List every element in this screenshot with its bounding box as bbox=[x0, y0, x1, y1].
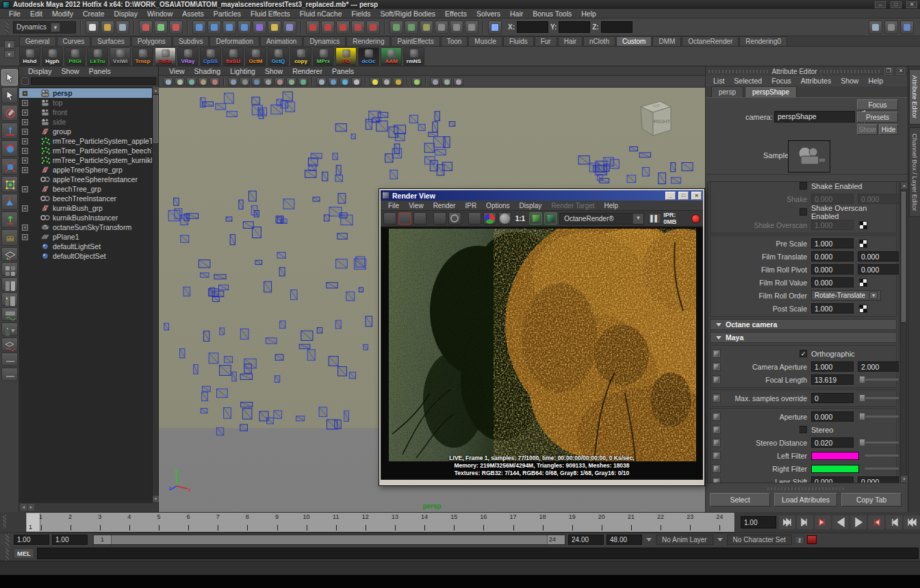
attribute-editor-menu-attributes[interactable]: Attributes bbox=[796, 76, 836, 86]
map-texture-button[interactable] bbox=[859, 221, 867, 229]
slider-handle[interactable] bbox=[859, 439, 865, 446]
soft-mod-tool-icon[interactable] bbox=[1, 194, 18, 210]
shelf-tab-muscle[interactable]: Muscle bbox=[468, 36, 502, 46]
attribute-tab-persp[interactable]: persp bbox=[711, 86, 743, 97]
alpha-channel-button[interactable] bbox=[498, 212, 511, 225]
menu-item-edit[interactable]: Edit bbox=[25, 9, 47, 18]
frame-tick-21[interactable]: 21 bbox=[616, 513, 646, 532]
shelf-tab-dynamics[interactable]: Dynamics bbox=[303, 36, 346, 46]
outliner-item-group[interactable]: +group bbox=[19, 127, 152, 136]
maximize-button[interactable]: □ bbox=[678, 192, 689, 200]
value-slider[interactable] bbox=[859, 397, 899, 399]
shelf-button-fixsu[interactable]: fixSU bbox=[222, 47, 244, 66]
viewcube[interactable]: RIGHT TOP bbox=[634, 96, 676, 141]
menu-item-fields[interactable]: Fields bbox=[347, 9, 376, 18]
shelf-tab-curves[interactable]: Curves bbox=[57, 36, 91, 46]
viewport-menu-view[interactable]: View bbox=[164, 66, 190, 75]
wireframe-icon[interactable] bbox=[316, 77, 327, 86]
frame-tick-8[interactable]: 8 bbox=[233, 513, 262, 532]
menu-item-fluid-effects[interactable]: Fluid Effects bbox=[246, 9, 295, 18]
expand-toggle-icon[interactable]: + bbox=[22, 186, 28, 192]
render-view-menu-help[interactable]: Help bbox=[600, 201, 624, 210]
attribute-editor-menu-focus[interactable]: Focus bbox=[767, 76, 796, 86]
shelf-button-rmns[interactable]: rmNS bbox=[403, 47, 424, 66]
minimize-button[interactable]: _ bbox=[665, 192, 676, 200]
viewport-menu-show[interactable]: Show bbox=[260, 66, 288, 75]
focus-button[interactable]: Focus bbox=[857, 99, 898, 110]
menu-item-fluid-ncache[interactable]: Fluid nCache bbox=[295, 9, 347, 18]
expand-toggle-icon[interactable]: + bbox=[22, 129, 28, 135]
select-by-coords-icon[interactable] bbox=[488, 21, 502, 34]
snap-magnet-live-icon[interactable] bbox=[366, 21, 380, 34]
grip-handle[interactable] bbox=[5, 547, 9, 561]
copy-tab-button[interactable]: Copy Tab bbox=[841, 493, 902, 507]
frame-tick-3[interactable]: 3 bbox=[85, 513, 114, 532]
frame-tick-7[interactable]: 7 bbox=[203, 513, 233, 532]
render-view-window[interactable]: Render View _ □ × FileViewRenderIPROptio… bbox=[379, 188, 705, 486]
value-field[interactable]: 0.020 bbox=[811, 437, 854, 448]
value-field[interactable]: 1.000 bbox=[811, 220, 854, 230]
menu-item-bonus-tools[interactable]: Bonus Tools bbox=[528, 9, 576, 18]
value-slider[interactable] bbox=[865, 468, 899, 470]
outliner-item-appletreesphereinstancer[interactable]: appleTreeSphereInstancer bbox=[19, 175, 152, 184]
custom-layout-1-icon[interactable] bbox=[1, 353, 18, 366]
make-live-icon[interactable] bbox=[253, 21, 266, 34]
animation-preferences-icon[interactable] bbox=[807, 535, 817, 544]
frame-tick-18[interactable]: 18 bbox=[528, 513, 557, 532]
time-slider[interactable]: 1 12345678910111213141516171819202122232… bbox=[0, 512, 920, 533]
paint-select-tool-icon[interactable] bbox=[1, 105, 18, 121]
frame-tick-14[interactable]: 14 bbox=[410, 513, 439, 532]
expression-icon[interactable] bbox=[712, 412, 721, 421]
shelf-button-vxlwi[interactable]: VxlWi bbox=[110, 47, 131, 66]
outliner-item-defaultobjectset[interactable]: defaultObjectSet bbox=[19, 251, 152, 261]
expand-toggle-icon[interactable]: + bbox=[22, 90, 28, 97]
save-scene-icon[interactable] bbox=[116, 21, 129, 34]
snap-plane-icon[interactable] bbox=[238, 21, 251, 34]
renderer-select[interactable]: OctaneRender® ▼ bbox=[559, 213, 644, 225]
scale-tool-icon[interactable] bbox=[1, 158, 18, 175]
outliner-menu-panels[interactable]: Panels bbox=[84, 66, 116, 76]
render-view-content[interactable]: LIVE, Frame 1, samples: 77/1000, time: 0… bbox=[381, 227, 703, 480]
frame-tick-1[interactable]: 1 bbox=[26, 513, 55, 532]
attribute-editor-menu-help[interactable]: Help bbox=[863, 76, 888, 86]
shelf-tab-octanerender[interactable]: OctaneRender bbox=[682, 36, 739, 46]
map-texture-button[interactable] bbox=[859, 279, 867, 287]
value-field[interactable]: 0.000 bbox=[811, 277, 854, 287]
construction-history-icon[interactable] bbox=[420, 21, 433, 34]
playback-start-field[interactable]: 1.00 bbox=[52, 535, 88, 545]
outliner-item-rmtree-particlesystem-kurnikbush[interactable]: +rmTree_ParticleSystem_kurnikBush bbox=[19, 155, 152, 165]
shelf-menu-icon[interactable]: ▼ bbox=[4, 50, 15, 58]
frame-tick-11[interactable]: 11 bbox=[321, 513, 350, 532]
shelf-button-pltgl[interactable]: PltGl bbox=[64, 47, 86, 66]
step-forward-key-button[interactable] bbox=[868, 515, 884, 529]
safe-action-icon[interactable] bbox=[286, 77, 296, 86]
render-current-frame-icon[interactable] bbox=[435, 21, 448, 34]
checkbox-orthographic[interactable]: ✓ bbox=[800, 350, 807, 357]
film-gate-icon[interactable] bbox=[240, 77, 250, 86]
value-field[interactable]: 0.000 bbox=[858, 194, 899, 204]
render-view-menu-options[interactable]: Options bbox=[481, 201, 514, 210]
scroll-left-icon[interactable]: ◄ bbox=[21, 504, 27, 511]
value-field[interactable]: 0.000 bbox=[858, 476, 899, 483]
keep-image-button[interactable] bbox=[529, 212, 542, 225]
slider-handle[interactable] bbox=[859, 394, 865, 402]
shelf-tab-rendering[interactable]: Rendering bbox=[346, 36, 390, 46]
show-manip-tool-icon[interactable] bbox=[1, 212, 18, 228]
scroll-up-icon[interactable]: ▲ bbox=[901, 182, 908, 189]
shelf-tab-animation[interactable]: Animation bbox=[260, 36, 303, 46]
value-slider[interactable] bbox=[859, 416, 899, 418]
step-back-key-button[interactable] bbox=[815, 515, 831, 529]
shelf-button-dcoc[interactable]: dcOc bbox=[358, 47, 379, 66]
play-backwards-button[interactable] bbox=[832, 515, 849, 529]
expand-toggle-icon[interactable]: + bbox=[22, 138, 28, 144]
attribute-editor-menu-list[interactable]: List bbox=[708, 76, 729, 86]
shelf-button-hshd[interactable]: Hshd bbox=[19, 47, 40, 66]
scroll-up-icon[interactable]: ▲ bbox=[153, 87, 159, 94]
shelf-tab-toon[interactable]: Toon bbox=[441, 36, 468, 46]
presets-button[interactable]: Presets bbox=[857, 112, 898, 123]
shelf-button-copy[interactable]: copy bbox=[290, 47, 311, 66]
ramp-icon[interactable] bbox=[712, 464, 721, 473]
expand-toggle-icon[interactable]: + bbox=[22, 100, 28, 106]
value-field[interactable]: 0 bbox=[811, 393, 854, 403]
outliner-item-appletreesphere-grp[interactable]: +appleTreeSphere_grp bbox=[19, 165, 152, 175]
